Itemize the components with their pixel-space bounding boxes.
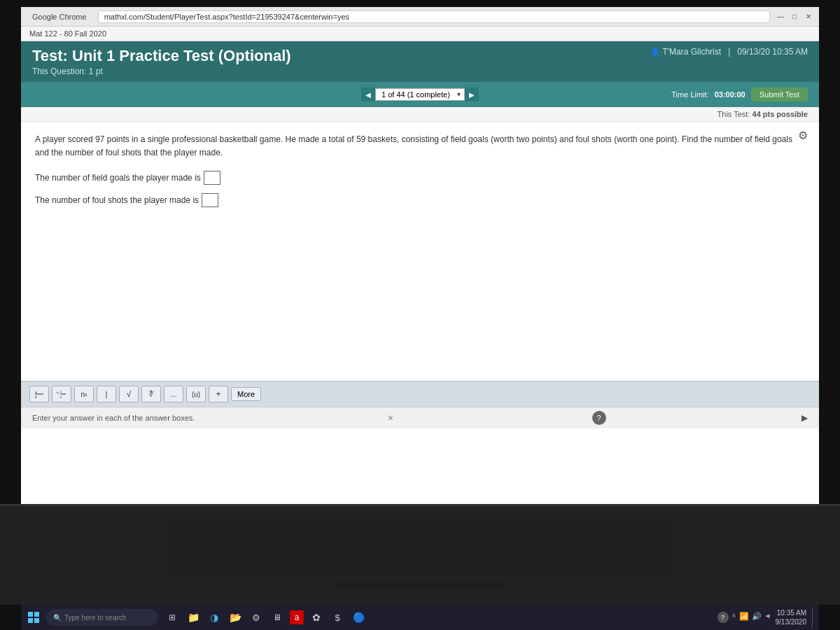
answer-row-2: The number of foul shots the player made…: [35, 193, 805, 207]
touchpad: [336, 582, 504, 589]
submit-test-button[interactable]: Submit Test: [751, 88, 808, 102]
laptop-keyboard-area: [0, 504, 840, 605]
monitor-icon[interactable]: 🖥: [269, 609, 286, 626]
prev-question-button[interactable]: ◀: [361, 88, 375, 102]
task-view-icon[interactable]: ⊞: [164, 609, 181, 626]
status-bar: Enter your answer in each of the answer …: [21, 407, 819, 428]
app9-icon[interactable]: 🔵: [350, 609, 367, 626]
answer2-label: The number of foul shots the player made…: [35, 195, 199, 205]
question-body: A player scored 97 points in a single pr…: [35, 133, 805, 160]
settings-icon[interactable]: ⚙: [248, 609, 265, 626]
windows-logo: [28, 612, 39, 623]
math-btn-bar[interactable]: |: [97, 386, 116, 402]
test-info-bar: This Test: 44 pts possible: [21, 107, 819, 122]
user-name: 👤 T'Mara Gilchrist | 09/13/20 10:35 AM: [650, 47, 808, 57]
letter-a-icon[interactable]: a: [290, 610, 304, 624]
test-title: Test: Unit 1 Practice Test (Optional): [32, 47, 291, 65]
clock-date: 9/13/2020: [776, 617, 807, 626]
flowers-icon[interactable]: ✿: [308, 609, 325, 626]
test-pts-label: This Test:: [718, 110, 750, 118]
tray-volume-icon[interactable]: ◄: [764, 612, 771, 623]
answer1-label: The number of field goals the player mad…: [35, 173, 201, 183]
clock-time: 10:35 AM: [776, 608, 807, 617]
tray-speaker-icon[interactable]: 🔊: [752, 612, 762, 623]
taskbar: 🔍 Type here to search ⊞ 📁 ◑ 📂 ⚙ 🖥 a ✿ $ …: [21, 605, 819, 630]
svg-text:b: b: [35, 395, 37, 399]
svg-text:a: a: [60, 390, 62, 393]
user-icon: 👤: [650, 47, 660, 57]
svg-text:n: n: [57, 391, 59, 395]
math-btn-fraction[interactable]: ab: [29, 386, 49, 402]
browser-bar: Google Chrome mathxl.com/Student/PlayerT…: [21, 7, 819, 27]
forward-arrow[interactable]: ▶: [802, 413, 808, 423]
search-placeholder: Type here to search: [64, 614, 126, 622]
start-button[interactable]: [24, 608, 43, 627]
close-button[interactable]: ✕: [804, 12, 813, 22]
screen: Google Chrome mathxl.com/Student/PlayerT…: [21, 7, 819, 504]
file-explorer-icon[interactable]: 📁: [185, 609, 202, 626]
math-btn-cbrt[interactable]: ∛: [141, 386, 161, 402]
main-content: ⚙ A player scored 97 points in a single …: [21, 122, 819, 381]
progress-dropdown[interactable]: 1 of 44 (1 complete): [375, 88, 465, 101]
maximize-button[interactable]: □: [790, 12, 799, 22]
help-button[interactable]: ?: [592, 411, 606, 425]
tray-help-icon[interactable]: ?: [718, 612, 729, 623]
system-clock[interactable]: 10:35 AM 9/13/2020: [776, 608, 807, 626]
datetime: 09/13/20 10:35 AM: [737, 47, 808, 57]
status-close-button[interactable]: ×: [388, 412, 393, 424]
math-btn-dots[interactable]: …: [164, 386, 183, 402]
course-bar: Mat 122 - 80 Fall 2020: [21, 27, 819, 41]
time-limit-label: Time Limit:: [671, 90, 708, 99]
tray-network-icon[interactable]: 📶: [739, 612, 749, 623]
show-desktop-button[interactable]: [812, 608, 816, 627]
math-btn-mixed[interactable]: nab: [52, 386, 71, 402]
folder-icon[interactable]: 📂: [227, 609, 244, 626]
header-right: 👤 T'Mara Gilchrist | 09/13/20 10:35 AM: [650, 47, 808, 57]
time-limit-value: 03:00:00: [715, 90, 746, 99]
taskbar-icons: ⊞ 📁 ◑ 📂 ⚙ 🖥 a ✿ $ 🔵: [164, 609, 367, 626]
test-title-main: Unit 1 Practice Test (Optional): [72, 47, 291, 64]
search-icon: 🔍: [53, 614, 62, 622]
tray-arrow-icon[interactable]: ∧: [732, 612, 736, 623]
more-button[interactable]: More: [231, 387, 261, 401]
math-btn-paren[interactable]: (u): [186, 386, 206, 402]
keyboard: [168, 520, 672, 576]
browser-tab[interactable]: Google Chrome: [27, 13, 92, 21]
system-tray: ? ∧ 📶 🔊 ◄ 10:35 AM 9/13/2020: [718, 608, 816, 627]
url-bar[interactable]: mathxl.com/Student/PlayerTest.aspx?testI…: [98, 10, 770, 23]
next-question-button[interactable]: ▶: [465, 88, 479, 102]
course-label: Mat 122 - 80 Fall 2020: [29, 29, 106, 38]
laptop-frame: Google Chrome mathxl.com/Student/PlayerT…: [0, 0, 840, 630]
answer-row-1: The number of field goals the player mad…: [35, 171, 805, 185]
answer2-input[interactable]: [202, 193, 218, 207]
status-text: Enter your answer in each of the answer …: [32, 414, 195, 422]
app-header: Test: Unit 1 Practice Test (Optional) Th…: [21, 41, 819, 82]
dollar-icon[interactable]: $: [329, 609, 346, 626]
taskbar-search[interactable]: 🔍 Type here to search: [46, 609, 158, 626]
edge-icon[interactable]: ◑: [206, 609, 223, 626]
math-btn-plus[interactable]: +: [209, 386, 228, 402]
gear-icon[interactable]: ⚙: [798, 129, 808, 142]
svg-text:b: b: [60, 396, 62, 399]
math-btn-superscript[interactable]: nx: [74, 386, 94, 402]
time-section: Time Limit: 03:00:00 Submit Test: [671, 88, 808, 102]
math-btn-sqrt[interactable]: √: [119, 386, 139, 402]
minimize-button[interactable]: —: [776, 12, 785, 22]
answer1-input[interactable]: [204, 171, 220, 185]
sub-header: ◀ 1 of 44 (1 complete) ▼ ▶ Time Limit: 0…: [21, 82, 819, 107]
math-toolbar: ab nab nx | √ ∛ … (u) + More: [21, 381, 819, 407]
question-info: This Question: 1 pt: [32, 66, 291, 76]
tray-icons: ? ∧ 📶 🔊 ◄: [718, 612, 771, 623]
content-spacer: [35, 216, 805, 370]
test-pts-value: 44 pts possible: [752, 110, 808, 118]
svg-text:a: a: [35, 390, 37, 394]
test-title-prefix: Test:: [32, 47, 72, 64]
window-controls: — □ ✕: [776, 12, 813, 22]
